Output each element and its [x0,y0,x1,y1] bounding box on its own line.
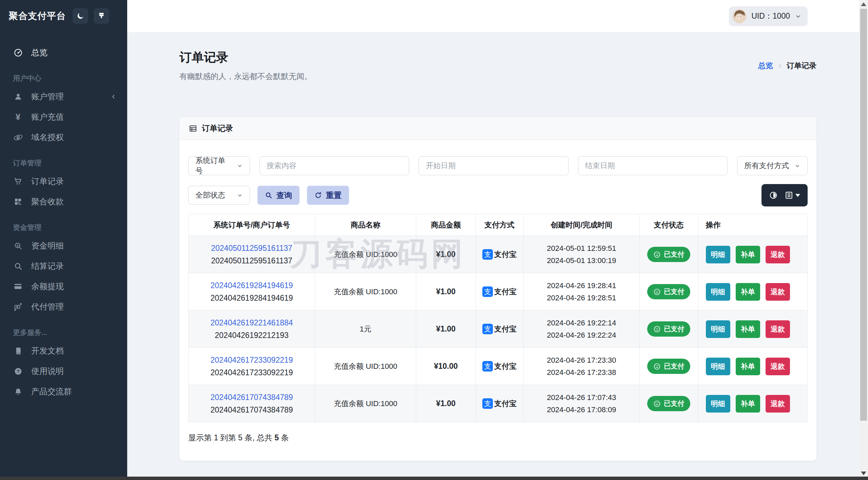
filter-row-2: 全部状态 查询 重 [188,184,808,206]
user-menu[interactable]: UID：1000 [729,6,808,26]
horizontal-scrollbar[interactable] [0,477,868,480]
refund-button[interactable]: 退款 [766,358,790,375]
sidebar-nav: 总览 用户中心 账户管理 ¥ 账户充值 e 域名授权 订单管理 [0,32,127,402]
pay-method: 支付宝 [494,249,517,260]
sidebar-item-overview[interactable]: 总览 [0,42,127,63]
completed-time: 2024-05-01 13:00:19 [527,255,636,267]
sidebar-item-settlement-records[interactable]: 结算记录 [0,256,127,276]
pagination-total: 5 [274,433,279,442]
refund-button[interactable]: 退款 [766,395,790,413]
toggle-view-button[interactable] [769,191,778,200]
sidebar-item-fund-details[interactable]: $ 资金明细 [0,236,127,256]
scroll-up-arrow-icon[interactable] [861,2,866,6]
order-records-card: 订单记录 系统订单号 所有支付方式 [179,117,816,461]
detail-button[interactable]: 明细 [706,395,730,413]
columns-menu-button[interactable] [785,191,800,200]
order-link[interactable]: 2024042617233092219 [192,356,311,365]
amount: ¥10.00 [416,348,476,385]
sidebar-item-balance-withdraw[interactable]: 余额提现 [0,276,127,297]
sidebar-item-account-manage[interactable]: 账户管理 [0,86,127,107]
created-time: 2024-05-01 12:59:51 [527,242,636,255]
status-label: 已支付 [664,324,684,334]
order-link[interactable]: 2024042617074384789 [192,393,311,402]
merchant-order-no: 2024042617233092219 [192,368,311,377]
status-label: 已支付 [664,287,684,296]
detail-button[interactable]: 明细 [706,320,730,338]
refund-button[interactable]: 退款 [766,320,790,338]
sidebar: 聚合支付平台 总览 用户中心 账户管理 [0,0,127,480]
refund-button[interactable]: 退款 [766,246,790,263]
status-label: 已支付 [664,250,684,259]
sidebar-item-label: 开发文档 [31,345,64,356]
amount: ¥1.00 [416,273,476,311]
search-icon [13,262,23,271]
detail-button[interactable]: 明细 [706,358,730,375]
reissue-button[interactable]: 补单 [736,246,760,263]
refund-button[interactable]: 退款 [766,283,790,301]
qrcode-icon [13,198,23,206]
globe-e-icon: e [13,133,23,142]
status-badge: 已支付 [647,247,690,262]
col-header-product: 商品名称 [315,214,416,236]
page-subtitle: 有幽默感的人，永远都不会默默无闻。 [179,71,312,82]
breadcrumb-parent-link[interactable]: 总览 [758,61,773,71]
sidebar-item-aggregate-collection[interactable]: 聚合收款 [0,192,127,212]
alipay-icon: 支 [482,361,493,372]
status-select[interactable]: 全部状态 [188,186,250,205]
reset-button[interactable]: 重置 [307,186,349,205]
start-date-input[interactable] [419,156,568,175]
cart-icon [13,177,23,186]
order-type-select[interactable]: 系统订单号 [188,156,250,175]
sidebar-item-domain-auth[interactable]: e 域名授权 [0,127,127,147]
reissue-button[interactable]: 补单 [736,395,760,413]
reissue-button[interactable]: 补单 [736,358,760,375]
sidebar-item-dev-docs[interactable]: 开发文档 [0,341,127,361]
col-header-status: 支付状态 [640,214,698,236]
sidebar-item-label: 域名授权 [31,132,64,143]
end-date-input[interactable] [578,156,728,175]
pay-method-select-value: 所有支付方式 [744,161,789,171]
scroll-down-arrow-icon[interactable] [861,472,866,475]
sidebar-item-payout-manage[interactable]: 代付管理 [0,297,127,317]
sidebar-item-account-recharge[interactable]: ¥ 账户充值 [0,107,127,127]
chevron-right-icon [776,62,783,69]
smile-icon [653,400,661,407]
order-link[interactable]: 2024042619284194619 [192,281,311,290]
reissue-button[interactable]: 补单 [736,320,760,338]
col-header-pay-method: 支付方式 [476,214,523,236]
status-badge: 已支付 [647,321,690,337]
product-name: 1元 [315,311,416,348]
scrollbar-thumb[interactable] [860,9,867,421]
completed-time: 2024-04-26 17:08:09 [527,404,636,416]
detail-button[interactable]: 明细 [706,283,730,301]
detail-button[interactable]: 明细 [706,246,730,263]
pay-method-select[interactable]: 所有支付方式 [737,156,808,175]
sidebar-item-label: 聚合收款 [31,196,64,207]
sidebar-item-label: 代付管理 [31,301,64,312]
sidebar-item-user-guide[interactable]: ? 使用说明 [0,361,127,381]
smile-icon [653,363,661,370]
topbar: UID：1000 [127,0,868,32]
reissue-button[interactable]: 补单 [736,283,760,301]
order-link[interactable]: 2024050112595161137 [192,244,311,253]
created-time: 2024-04-26 19:22:14 [527,317,636,329]
moon-icon [76,12,84,20]
query-button[interactable]: 查询 [257,186,300,205]
pay-method: 支付宝 [494,287,517,297]
filter-row-1: 系统订单号 所有支付方式 [188,156,808,175]
sidebar-item-label: 总览 [31,47,47,58]
theme-button[interactable] [94,8,109,24]
sidebar-item-order-records[interactable]: 订单记录 [0,171,127,192]
sidebar-header: 聚合支付平台 [0,0,127,32]
sidebar-item-product-group[interactable]: 产品交流群 [0,381,127,402]
search-input[interactable] [259,156,409,175]
table-row: 2024042619284194619 2024042619284194619 … [189,273,808,311]
order-link[interactable]: 2024042619221461884 [192,318,311,327]
merchant-order-no: 2024042617074384789 [192,405,311,415]
table-row: 2024042617233092219 2024042617233092219 … [189,348,808,385]
merchant-order-no: 2024042619284194619 [192,294,311,303]
dark-mode-button[interactable] [73,8,88,24]
uid-label: UID：1000 [751,11,790,21]
vertical-scrollbar [859,0,868,480]
sidebar-item-label: 结算记录 [31,261,64,272]
